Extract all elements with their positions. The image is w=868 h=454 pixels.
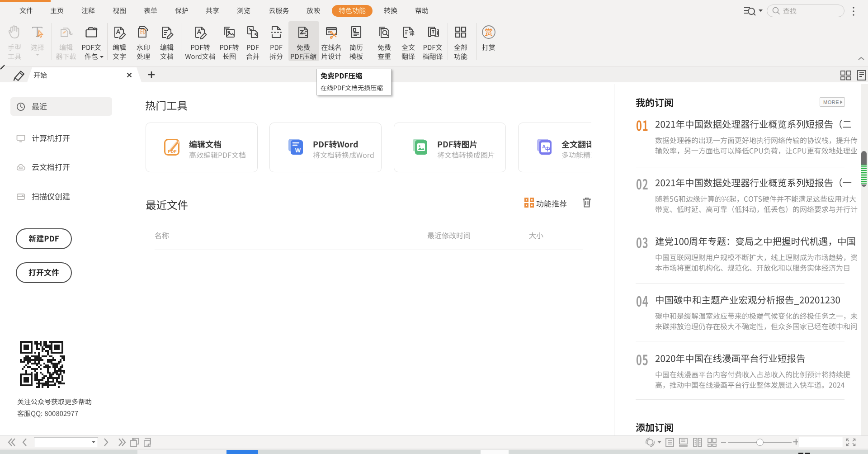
svg-text:W: W bbox=[295, 147, 301, 154]
svg-text:PDF: PDF bbox=[168, 149, 177, 154]
svg-text:A: A bbox=[542, 144, 546, 149]
